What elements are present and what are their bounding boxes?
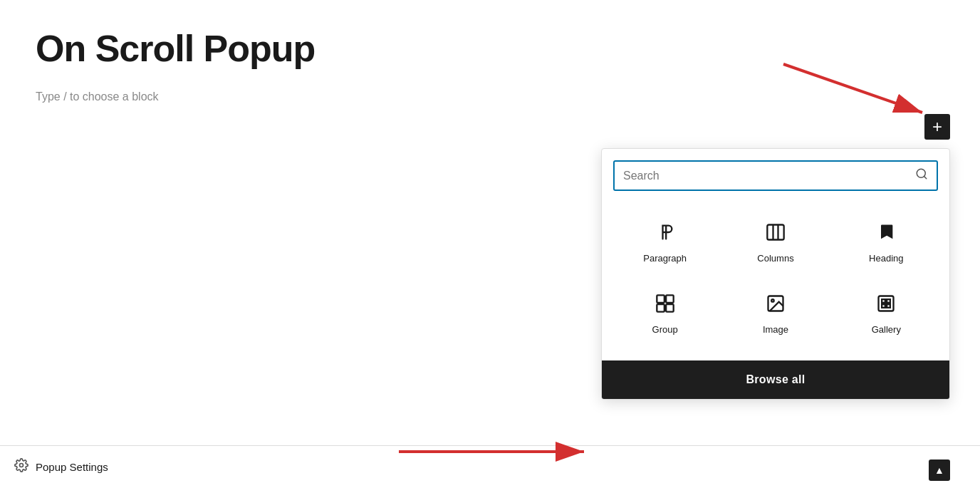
- search-wrapper[interactable]: [613, 160, 938, 191]
- svg-rect-18: [882, 304, 885, 308]
- chevron-up-icon: ▲: [934, 464, 944, 476]
- gallery-icon: [876, 294, 896, 317]
- scroll-up-button[interactable]: ▲: [929, 460, 950, 481]
- block-label-gallery: Gallery: [872, 324, 901, 335]
- block-label-paragraph: Paragraph: [643, 253, 687, 264]
- svg-line-5: [924, 176, 926, 178]
- bottom-bar: Popup Settings: [0, 445, 980, 488]
- plus-icon: +: [932, 117, 942, 137]
- popup-settings-button[interactable]: Popup Settings: [14, 458, 108, 476]
- block-item-columns[interactable]: Columns: [724, 211, 827, 275]
- svg-rect-9: [657, 295, 664, 303]
- group-icon: [655, 294, 675, 317]
- svg-point-14: [771, 299, 774, 302]
- add-block-button[interactable]: +: [924, 114, 950, 140]
- editor-placeholder: Type / to choose a block: [36, 90, 944, 103]
- block-item-heading[interactable]: Heading: [835, 211, 938, 275]
- svg-rect-6: [767, 225, 783, 240]
- svg-rect-12: [666, 304, 674, 312]
- page-title: On Scroll Popup: [36, 28, 944, 69]
- svg-point-20: [20, 464, 24, 467]
- blocks-grid: Paragraph Columns Heading: [602, 197, 949, 360]
- browse-all-button[interactable]: Browse all: [602, 360, 949, 399]
- svg-rect-16: [882, 299, 885, 303]
- block-label-group: Group: [652, 324, 678, 335]
- search-icon: [915, 167, 928, 184]
- block-item-image[interactable]: Image: [724, 282, 827, 346]
- block-label-heading: Heading: [869, 253, 903, 264]
- svg-rect-10: [666, 295, 674, 303]
- svg-rect-17: [887, 299, 890, 303]
- block-item-gallery[interactable]: Gallery: [835, 282, 938, 346]
- heading-icon: [876, 222, 896, 246]
- image-icon: [766, 294, 786, 317]
- block-label-columns: Columns: [757, 253, 793, 264]
- gear-icon: [14, 458, 28, 476]
- svg-rect-11: [657, 304, 664, 312]
- block-label-image: Image: [763, 324, 788, 335]
- block-item-group[interactable]: Group: [613, 282, 716, 346]
- paragraph-icon: [655, 222, 675, 246]
- block-inserter-panel: Paragraph Columns Heading: [601, 148, 950, 400]
- block-item-paragraph[interactable]: Paragraph: [613, 211, 716, 275]
- settings-label: Popup Settings: [36, 461, 108, 473]
- search-input[interactable]: [623, 170, 915, 182]
- svg-rect-19: [887, 304, 890, 308]
- columns-icon: [766, 222, 786, 246]
- search-area: [602, 149, 949, 197]
